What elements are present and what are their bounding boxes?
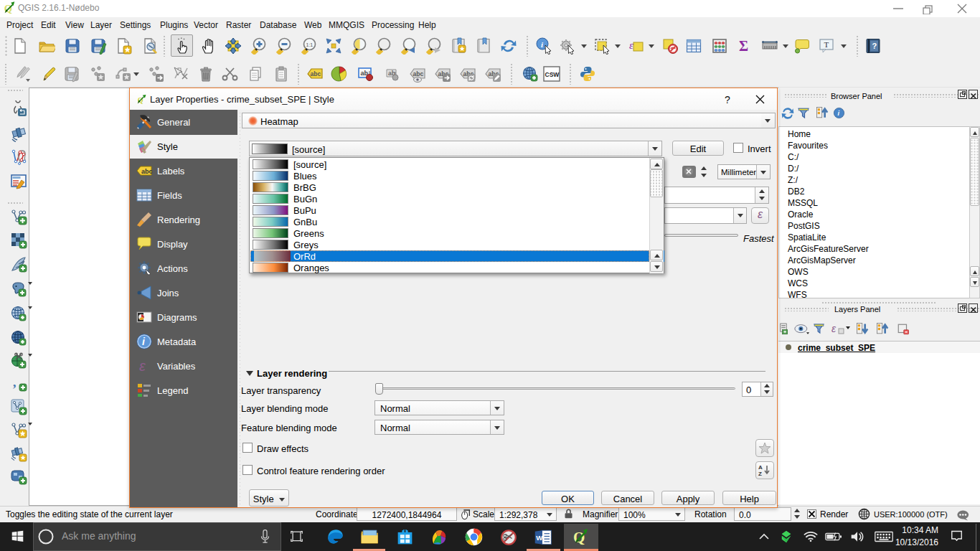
svg-text:A: A: [758, 464, 763, 471]
svg-text:abc: abc: [141, 168, 153, 175]
svg-text:abc: abc: [311, 70, 321, 77]
svg-text:?: ?: [725, 94, 730, 105]
svg-text:ε: ε: [831, 323, 837, 334]
svg-text:Z: Z: [758, 471, 762, 477]
svg-text:Q: Q: [573, 529, 585, 545]
svg-text:,: ,: [13, 375, 17, 390]
svg-text:?: ?: [872, 42, 877, 50]
svg-text:ε: ε: [139, 358, 146, 374]
svg-text:i: i: [837, 110, 839, 117]
svg-text:ε: ε: [629, 39, 633, 51]
svg-text:T: T: [824, 40, 829, 49]
svg-text:W: W: [536, 534, 543, 542]
svg-text:CSW: CSW: [545, 71, 560, 78]
svg-text:Σ: Σ: [739, 38, 748, 54]
svg-text:abc: abc: [413, 70, 424, 77]
svg-text:1:1: 1:1: [306, 42, 314, 47]
